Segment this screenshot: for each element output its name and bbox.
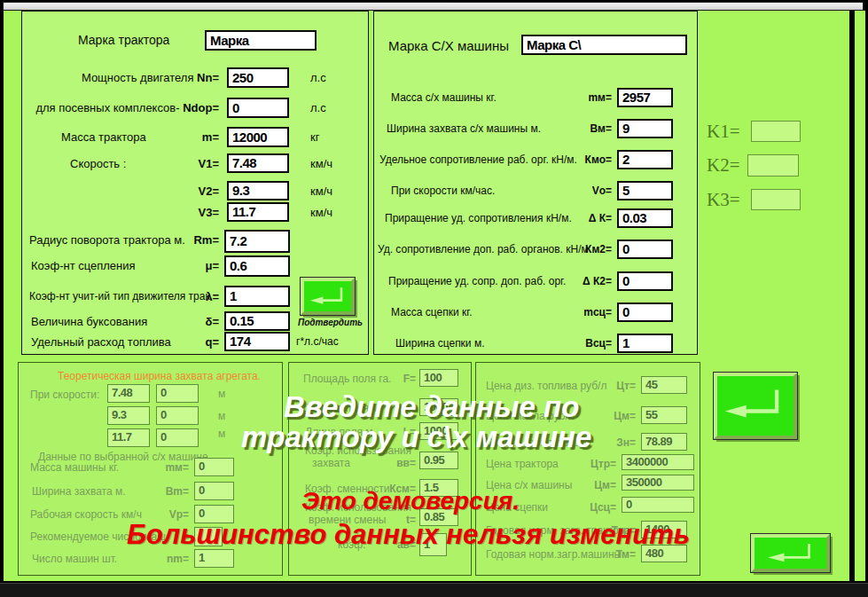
hitch-width-input[interactable]: 1 bbox=[617, 334, 673, 353]
machine-mass-input[interactable]: 2957 bbox=[617, 88, 673, 107]
tractor-mass-input[interactable]: 12000 bbox=[227, 127, 289, 147]
at-speed-input[interactable]: 5 bbox=[617, 181, 673, 200]
wage-rate: 78.89 bbox=[641, 433, 687, 451]
unit-label: м bbox=[218, 410, 225, 422]
app-window: Марка трактора Марка Мощность двигателя … bbox=[0, 0, 868, 597]
unit-label: км/ч bbox=[310, 185, 332, 198]
exit-button[interactable] bbox=[751, 534, 830, 572]
tractor-price: 3400000 bbox=[622, 454, 694, 470]
machines-count: 1 bbox=[194, 549, 234, 568]
k3-label: K3= bbox=[707, 189, 740, 211]
k3-output bbox=[751, 189, 801, 210]
sel-machine-width: 0 bbox=[194, 482, 234, 500]
k1-output bbox=[751, 121, 801, 142]
machine-width-input[interactable]: 9 bbox=[617, 119, 673, 138]
theo-speed-2: 9.3 bbox=[107, 406, 150, 425]
engine-power-input[interactable]: 250 bbox=[227, 67, 289, 88]
unit-label: л.с bbox=[310, 71, 326, 84]
extra-increment-input[interactable]: 0 bbox=[617, 271, 673, 291]
machine-price: 350000 bbox=[622, 475, 694, 491]
window-frame-top bbox=[3, 2, 864, 11]
k1-label: K1= bbox=[707, 121, 740, 143]
confirm-button[interactable] bbox=[301, 278, 355, 315]
enter-arrow-icon bbox=[717, 376, 794, 436]
unit-label: км/ч bbox=[310, 157, 332, 170]
speed-v3-input[interactable]: 11.7 bbox=[227, 202, 289, 222]
speed-v1-input[interactable]: 7.48 bbox=[227, 153, 289, 173]
unit-label: л.с bbox=[310, 101, 326, 114]
ndop-input[interactable]: 0 bbox=[227, 98, 289, 118]
capture-usage-coef: 0.95 bbox=[419, 452, 458, 469]
unit-label: м bbox=[218, 388, 225, 400]
machine-brand-input[interactable]: Марка С\ bbox=[521, 35, 687, 55]
mover-coef-input[interactable]: 1 bbox=[224, 286, 290, 307]
k2-label: K2= bbox=[707, 154, 740, 177]
hitch-mass-input[interactable]: 0 bbox=[617, 302, 673, 322]
fuel-rate-input[interactable]: 174 bbox=[224, 332, 290, 351]
specific-resistance-input[interactable]: 2 bbox=[617, 150, 673, 169]
window-frame-bottom bbox=[0, 583, 868, 597]
unit-label: кг bbox=[310, 130, 319, 144]
unit-label: м bbox=[218, 428, 225, 440]
resistance-increment-input[interactable]: 0.03 bbox=[617, 208, 673, 228]
hitch-price: 0 bbox=[622, 497, 694, 513]
unit-label: г*л.с/час bbox=[296, 335, 339, 348]
overlay-white-line1: Введите данные по bbox=[284, 390, 579, 424]
theo-speed-3: 11.7 bbox=[107, 428, 150, 447]
theo-width-3: 0 bbox=[156, 428, 199, 447]
unit-label: км/ч bbox=[310, 206, 332, 219]
machine-panel: Марка С/Х машины Марка С\ Масса с/х маши… bbox=[373, 11, 698, 355]
theo-speed-1: 7.48 bbox=[107, 384, 150, 403]
slip-value-input[interactable]: 0.15 bbox=[224, 311, 290, 331]
extra-resistance-input[interactable]: 0 bbox=[617, 240, 673, 259]
enter-arrow-icon bbox=[304, 281, 351, 311]
machine-panel-title: Марка С/Х машины bbox=[388, 38, 509, 53]
theo-width-2: 0 bbox=[156, 406, 199, 425]
diesel-price: 45 bbox=[641, 376, 687, 394]
overlay-white-line2: трактору и с\х машине bbox=[241, 420, 591, 454]
tractor-panel: Марка трактора Марка Мощность двигателя … bbox=[21, 11, 369, 355]
calculate-button[interactable] bbox=[714, 373, 797, 439]
overlay-red-line2: Большинство данных нельзя изменить bbox=[127, 519, 690, 551]
grip-coef-input[interactable]: 0.6 bbox=[224, 255, 290, 277]
confirm-button-label: Подтвердить bbox=[298, 318, 363, 327]
k2-output bbox=[747, 154, 799, 177]
theoretical-header: Теоретическая ширина захвата агрегата. bbox=[58, 370, 261, 382]
speed-v2-input[interactable]: 9.3 bbox=[227, 181, 289, 200]
tractor-brand-input[interactable]: Марка bbox=[205, 30, 317, 51]
theo-width-1: 0 bbox=[156, 384, 199, 403]
field-area: 100 bbox=[419, 369, 458, 387]
turn-radius-input[interactable]: 7.2 bbox=[224, 230, 290, 253]
sel-machine-mass: 0 bbox=[194, 458, 234, 476]
enter-arrow-icon bbox=[755, 538, 826, 569]
window-frame-right bbox=[853, 11, 865, 581]
oil-price: 55 bbox=[641, 406, 687, 424]
tractor-panel-title: Марка трактора bbox=[78, 33, 169, 47]
at-speed-label: При скорости: bbox=[30, 389, 99, 401]
overlay-red-line1: Это демоверсия. bbox=[301, 487, 520, 515]
